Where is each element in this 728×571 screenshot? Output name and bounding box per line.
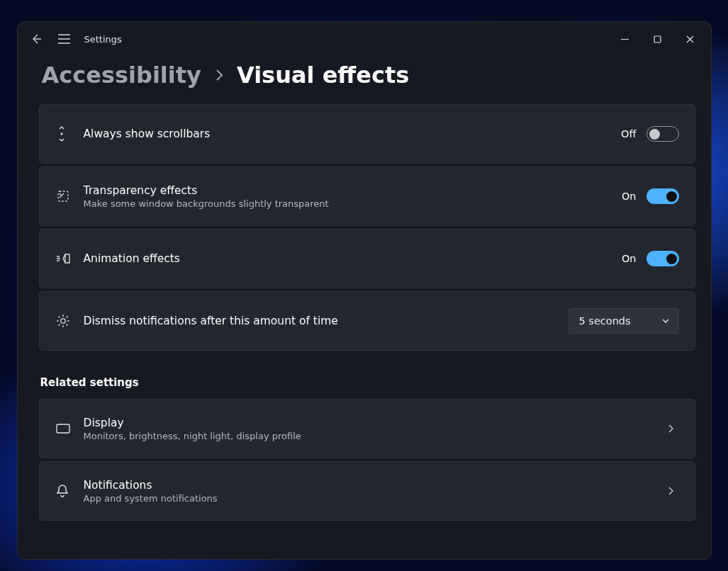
setting-scrollbars: Always show scrollbars Off bbox=[39, 104, 695, 164]
dismiss-duration-dropdown[interactable]: 5 seconds bbox=[569, 308, 679, 334]
chevron-right-icon bbox=[662, 424, 679, 434]
minimize-button[interactable] bbox=[609, 28, 642, 50]
related-notifications[interactable]: Notifications App and system notificatio… bbox=[39, 461, 695, 521]
scrollbars-toggle[interactable] bbox=[646, 126, 679, 142]
maximize-button[interactable] bbox=[642, 28, 674, 50]
breadcrumb: Accessibility Visual effects bbox=[18, 56, 711, 104]
animation-icon bbox=[55, 252, 84, 265]
related-settings-heading: Related settings bbox=[40, 376, 695, 389]
toggle-state-label: On bbox=[622, 191, 637, 202]
setting-title: Animation effects bbox=[84, 252, 622, 265]
svg-point-3 bbox=[60, 319, 65, 323]
related-display[interactable]: Display Monitors, brightness, night ligh… bbox=[39, 399, 695, 458]
bell-icon bbox=[55, 483, 84, 499]
setting-title: Always show scrollbars bbox=[84, 128, 622, 140]
setting-description: Make some window backgrounds slightly tr… bbox=[84, 198, 622, 209]
toggle-state-label: Off bbox=[621, 128, 636, 140]
chevron-down-icon bbox=[661, 317, 670, 325]
setting-animation: Animation effects On bbox=[39, 229, 695, 288]
setting-transparency: Transparency effects Make some window ba… bbox=[39, 166, 695, 226]
window-controls bbox=[609, 28, 707, 50]
svg-rect-0 bbox=[654, 36, 661, 43]
display-icon bbox=[55, 422, 84, 435]
setting-dismiss-notifications: Dismiss notifications after this amount … bbox=[39, 291, 695, 351]
close-button[interactable] bbox=[674, 28, 707, 50]
breadcrumb-current: Visual effects bbox=[237, 62, 409, 89]
back-button[interactable] bbox=[22, 25, 50, 53]
animation-toggle[interactable] bbox=[646, 251, 679, 266]
setting-description: Monitors, brightness, night light, displ… bbox=[84, 431, 662, 441]
transparency-toggle[interactable] bbox=[646, 188, 679, 204]
chevron-right-icon bbox=[214, 67, 224, 83]
breadcrumb-parent[interactable]: Accessibility bbox=[42, 62, 201, 89]
setting-title: Transparency effects bbox=[84, 184, 622, 197]
content-area: Always show scrollbars Off Transparency … bbox=[18, 104, 711, 559]
scrollbar-icon bbox=[55, 126, 84, 142]
svg-point-1 bbox=[60, 132, 62, 135]
hamburger-menu-button[interactable] bbox=[50, 25, 79, 53]
brightness-icon bbox=[55, 313, 84, 329]
toggle-state-label: On bbox=[622, 253, 637, 264]
setting-title: Notifications bbox=[84, 479, 662, 492]
setting-title: Display bbox=[84, 417, 662, 429]
svg-rect-4 bbox=[57, 424, 69, 433]
app-title: Settings bbox=[84, 34, 122, 45]
setting-description: App and system notifications bbox=[84, 493, 662, 504]
setting-title: Dismiss notifications after this amount … bbox=[84, 315, 569, 327]
titlebar: Settings bbox=[18, 22, 711, 56]
dropdown-value: 5 seconds bbox=[579, 315, 631, 327]
settings-window: Settings Accessibility Visual effects bbox=[17, 21, 712, 560]
transparency-icon bbox=[55, 189, 84, 203]
svg-rect-2 bbox=[58, 191, 68, 201]
chevron-right-icon bbox=[662, 486, 679, 496]
